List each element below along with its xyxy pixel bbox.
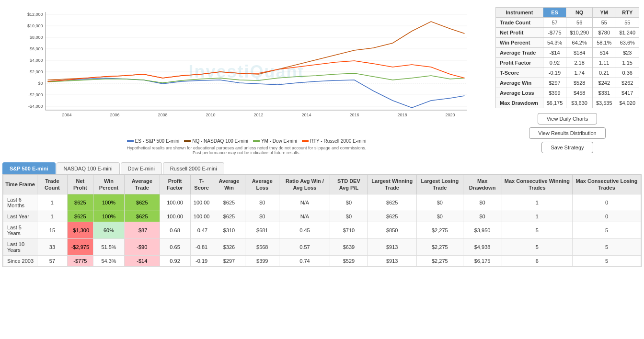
legend-es-label: ES - S&P 500 E-mini	[135, 138, 180, 144]
button-group: View Daily Charts View Results Distribut…	[529, 113, 605, 153]
time-frame-1: Last Year	[3, 211, 37, 222]
tab-0[interactable]: S&P 500 E-mini	[2, 162, 56, 174]
max-consec-win-0: 1	[502, 194, 573, 211]
avg-loss-1: $0	[245, 211, 279, 222]
row-es-6: $297	[543, 78, 566, 88]
col-header-10: STD DEV Avg P/L	[330, 175, 368, 194]
avg-trade-3: -$90	[124, 238, 160, 255]
row-nq-1: $10,290	[566, 28, 593, 38]
avg-loss-4: $399	[245, 255, 279, 266]
tab-2[interactable]: Dow E-mini	[121, 162, 162, 174]
row-ym-6: $242	[593, 78, 616, 88]
std-dev-2: $710	[330, 222, 368, 238]
row-ym-1: $780	[593, 28, 616, 38]
table-row-2: Last 5 Years 15 -$1,300 60% -$87 0.68 -0…	[3, 222, 641, 238]
col-header-instrument: Instrument	[496, 8, 543, 18]
col-header-ym[interactable]: YM	[593, 8, 616, 18]
largest-win-4: $913	[368, 255, 417, 266]
t-score-4: -0.19	[190, 255, 213, 266]
win-percent-4: 54.3%	[93, 255, 125, 266]
col-header-1: Trade Count	[37, 175, 67, 194]
tab-1[interactable]: NASDAQ 100 E-mini	[57, 162, 120, 174]
col-header-rty[interactable]: RTY	[616, 8, 639, 18]
profit-factor-4: 0.92	[160, 255, 190, 266]
instrument-tabs: S&P 500 E-miniNASDAQ 100 E-miniDow E-min…	[2, 162, 642, 174]
net-profit-0: $625	[67, 194, 93, 211]
max-drawdown-4: $6,175	[463, 255, 502, 266]
chart-area: InvestiQuant $12,000 $10,000 $8,000 $6,0…	[0, 5, 495, 158]
view-results-distribution-button[interactable]: View Results Distribution	[529, 127, 605, 139]
time-frame-2: Last 5 Years	[3, 222, 37, 238]
row-nq-2: 64.2%	[566, 38, 593, 48]
row-rty-3: $23	[616, 48, 639, 58]
row-label-7: Average Loss	[496, 88, 543, 98]
legend-ym-label: YM - Dow E-mini	[261, 138, 297, 144]
trade-count-1: 1	[37, 211, 67, 222]
row-label-1: Net Profit	[496, 28, 543, 38]
win-percent-0: 100%	[93, 194, 125, 211]
instrument-row-1: Net Profit -$775 $10,290 $780 $1,240	[496, 28, 639, 38]
t-score-2: -0.47	[190, 222, 213, 238]
row-label-2: Win Percent	[496, 38, 543, 48]
row-label-6: Average Win	[496, 78, 543, 88]
row-label-4: Profit Factor	[496, 58, 543, 68]
row-label-3: Average Trade	[496, 48, 543, 58]
avg-trade-0: $625	[124, 194, 160, 211]
trade-count-0: 1	[37, 194, 67, 211]
view-daily-charts-button[interactable]: View Daily Charts	[538, 113, 598, 124]
col-header-nq[interactable]: NQ	[566, 8, 593, 18]
row-es-4: 0.92	[543, 58, 566, 68]
save-strategy-button[interactable]: Save Strategy	[541, 142, 593, 153]
disclaimer-line2: Past performance may not be indicative o…	[2, 150, 491, 155]
svg-text:2018: 2018	[397, 113, 407, 117]
max-consec-lose-1: 0	[573, 211, 641, 222]
row-ym-4: 1.11	[593, 58, 616, 68]
ratio-1: N/A	[279, 211, 330, 222]
row-nq-8: $3,630	[566, 98, 593, 108]
svg-text:2010: 2010	[206, 113, 215, 117]
t-score-0: 100.00	[190, 194, 213, 211]
max-consec-lose-2: 5	[573, 222, 641, 238]
std-dev-0: $0	[330, 194, 368, 211]
legend-es: ES - S&P 500 E-mini	[127, 138, 180, 144]
ratio-3: 0.57	[279, 238, 330, 255]
row-es-7: $399	[543, 88, 566, 98]
instrument-row-7: Average Loss $399 $458 $331 $417	[496, 88, 639, 98]
row-rty-0: 55	[616, 18, 639, 28]
row-es-1: -$775	[543, 28, 566, 38]
svg-text:2008: 2008	[158, 113, 167, 117]
win-percent-1: 100%	[93, 211, 125, 222]
row-ym-5: 0.21	[593, 68, 616, 78]
std-dev-4: $529	[330, 255, 368, 266]
time-frame-0: Last 6 Months	[3, 194, 37, 211]
chart-disclaimer: Hypothetical results are shown for educa…	[2, 146, 491, 155]
row-rty-1: $1,240	[616, 28, 639, 38]
max-consec-win-2: 5	[502, 222, 573, 238]
avg-win-2: $310	[213, 222, 245, 238]
row-ym-7: $331	[593, 88, 616, 98]
table-row-3: Last 10 Years 33 -$2,975 51.5% -$90 0.65…	[3, 238, 641, 255]
col-header-es[interactable]: ES	[543, 8, 566, 18]
largest-loss-2: $2,275	[417, 222, 463, 238]
row-ym-3: $14	[593, 48, 616, 58]
svg-text:$0: $0	[38, 81, 43, 86]
row-rty-4: 1.15	[616, 58, 639, 68]
row-rty-8: $4,020	[616, 98, 639, 108]
max-consec-lose-3: 5	[573, 238, 641, 255]
net-profit-4: -$775	[67, 255, 93, 266]
svg-text:$10,000: $10,000	[27, 23, 43, 28]
ratio-4: 0.74	[279, 255, 330, 266]
svg-text:$4,000: $4,000	[30, 58, 43, 63]
profit-factor-3: 0.65	[160, 238, 190, 255]
trade-count-2: 15	[37, 222, 67, 238]
instrument-row-8: Max Drawdown $6,175 $3,630 $3,535 $4,020	[496, 98, 639, 108]
profit-factor-1: 100.00	[160, 211, 190, 222]
svg-text:$6,000: $6,000	[30, 46, 43, 51]
col-header-4: Average Trade	[124, 175, 160, 194]
largest-loss-0: $0	[417, 194, 463, 211]
tab-3[interactable]: Russell 2000 E-mini	[163, 162, 224, 174]
avg-loss-0: $0	[245, 194, 279, 211]
max-drawdown-3: $4,938	[463, 238, 502, 255]
svg-text:2004: 2004	[62, 113, 71, 117]
svg-text:-$4,000: -$4,000	[28, 104, 43, 109]
